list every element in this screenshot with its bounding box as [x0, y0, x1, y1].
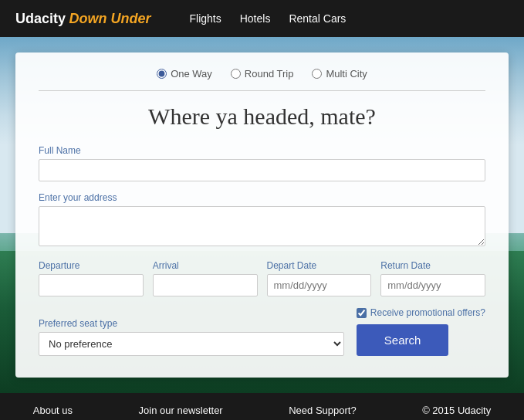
header: Udacity Down Under Flights Hotels Rental… [0, 0, 524, 37]
return-date-group: Return Date [380, 260, 485, 296]
promo-search-group: Receive promotional offers? Search [357, 307, 485, 356]
bottom-row: Preferred seat type No preference Receiv… [39, 307, 485, 356]
address-label: Enter your address [39, 192, 485, 203]
arrival-input[interactable] [153, 274, 258, 296]
footer-about: About us [33, 405, 73, 416]
arrival-group: Arrival [153, 260, 258, 296]
address-input[interactable] [39, 206, 485, 246]
promo-checkbox[interactable] [357, 308, 367, 318]
nav-flights[interactable]: Flights [189, 12, 221, 25]
full-name-label: Full Name [39, 145, 485, 156]
seat-type-label: Preferred seat type [39, 318, 344, 329]
main-nav: Flights Hotels Rental Cars [189, 12, 346, 25]
nav-rental-cars[interactable]: Rental Cars [289, 12, 346, 25]
logo: Udacity Down Under [15, 11, 150, 27]
logo-udacity: Udacity [15, 11, 66, 27]
return-date-label: Return Date [380, 260, 485, 271]
promo-label[interactable]: Receive promotional offers? [357, 307, 485, 318]
depart-date-label: Depart Date [267, 260, 372, 271]
logo-subtitle: Down Under [69, 11, 150, 27]
form-card: One Way Round Trip Multi City Where ya h… [15, 52, 509, 378]
full-name-input[interactable] [39, 159, 485, 181]
footer: About us Join our newsletter Need Suppor… [0, 393, 524, 420]
radio-one-way[interactable] [157, 69, 167, 79]
footer-newsletter: Join our newsletter [139, 405, 223, 416]
arrival-label: Arrival [153, 260, 258, 271]
trip-type-round-trip[interactable]: Round Trip [231, 68, 294, 80]
full-name-group: Full Name [39, 145, 485, 181]
footer-copyright: © 2015 Udacity [422, 405, 491, 416]
nav-hotels[interactable]: Hotels [240, 12, 271, 25]
departure-label: Departure [39, 260, 144, 271]
depart-date-group: Depart Date [267, 260, 372, 296]
depart-date-input[interactable] [267, 274, 372, 296]
trip-type-one-way[interactable]: One Way [157, 68, 212, 80]
form-heading: Where ya headed, mate? [39, 103, 485, 130]
trip-type-multi-city[interactable]: Multi City [312, 68, 367, 80]
main-background: One Way Round Trip Multi City Where ya h… [0, 37, 524, 393]
radio-multi-city[interactable] [312, 69, 322, 79]
departure-input[interactable] [39, 274, 144, 296]
radio-round-trip[interactable] [231, 69, 241, 79]
seat-type-group: Preferred seat type No preference [39, 318, 344, 356]
search-button[interactable]: Search [357, 324, 449, 356]
departure-group: Departure [39, 260, 144, 296]
return-date-input[interactable] [380, 274, 485, 296]
address-group: Enter your address [39, 192, 485, 249]
footer-support: Need Support? [289, 405, 356, 416]
seat-type-select[interactable]: No preference [39, 332, 344, 356]
travel-details-row: Departure Arrival Depart Date Return Dat… [39, 260, 485, 296]
trip-type-selector: One Way Round Trip Multi City [39, 68, 485, 91]
